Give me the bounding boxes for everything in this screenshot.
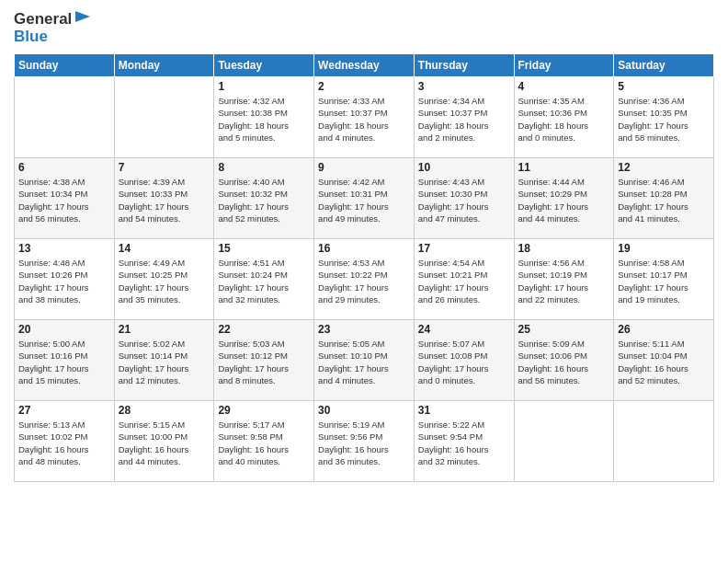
day-number: 3 [418,80,510,93]
day-number: 22 [218,323,310,336]
day-number: 30 [318,404,410,417]
day-number: 13 [18,242,110,255]
calendar-cell: 4Sunrise: 4:35 AM Sunset: 10:36 PM Dayli… [514,77,614,158]
day-info: Sunrise: 4:33 AM Sunset: 10:37 PM Daylig… [318,95,410,144]
day-number: 9 [318,161,410,174]
day-info: Sunrise: 4:58 AM Sunset: 10:17 PM Daylig… [618,257,710,305]
calendar-cell: 11Sunrise: 4:44 AM Sunset: 10:29 PM Dayl… [514,158,614,239]
day-info: Sunrise: 4:44 AM Sunset: 10:29 PM Daylig… [518,176,610,224]
calendar-cell: 30Sunrise: 5:19 AM Sunset: 9:56 PM Dayli… [314,401,415,482]
day-info: Sunrise: 5:03 AM Sunset: 10:12 PM Daylig… [218,338,310,386]
calendar-cell [514,401,614,482]
calendar-cell: 6Sunrise: 4:38 AM Sunset: 10:34 PM Dayli… [15,158,115,239]
day-of-week-header: Friday [514,54,614,77]
day-number: 10 [418,161,510,174]
calendar-week-row: 6Sunrise: 4:38 AM Sunset: 10:34 PM Dayli… [15,158,714,239]
day-info: Sunrise: 4:39 AM Sunset: 10:33 PM Daylig… [119,176,210,224]
day-info: Sunrise: 4:32 AM Sunset: 10:38 PM Daylig… [218,95,310,144]
calendar-cell: 25Sunrise: 5:09 AM Sunset: 10:06 PM Dayl… [514,320,614,401]
day-number: 7 [119,161,210,174]
day-number: 20 [18,323,110,336]
calendar-cell: 31Sunrise: 5:22 AM Sunset: 9:54 PM Dayli… [414,401,514,482]
calendar-header-row: SundayMondayTuesdayWednesdayThursdayFrid… [15,54,714,77]
day-number: 19 [618,242,710,255]
calendar-cell: 7Sunrise: 4:39 AM Sunset: 10:33 PM Dayli… [114,158,214,239]
day-info: Sunrise: 4:53 AM Sunset: 10:22 PM Daylig… [318,257,410,305]
calendar-week-row: 20Sunrise: 5:00 AM Sunset: 10:16 PM Dayl… [15,320,714,401]
day-number: 17 [418,242,510,255]
day-info: Sunrise: 4:40 AM Sunset: 10:32 PM Daylig… [218,176,310,224]
header: General Blue [14,9,714,46]
day-info: Sunrise: 5:19 AM Sunset: 9:56 PM Dayligh… [318,419,410,467]
day-number: 6 [18,161,110,174]
day-number: 14 [119,242,210,255]
calendar-cell: 29Sunrise: 5:17 AM Sunset: 9:58 PM Dayli… [214,401,314,482]
calendar-cell: 28Sunrise: 5:15 AM Sunset: 10:00 PM Dayl… [114,401,214,482]
day-of-week-header: Saturday [614,54,714,77]
day-number: 12 [618,161,710,174]
calendar-cell: 22Sunrise: 5:03 AM Sunset: 10:12 PM Dayl… [214,320,314,401]
logo-flag-icon [74,9,94,29]
day-number: 8 [218,161,310,174]
day-info: Sunrise: 4:36 AM Sunset: 10:35 PM Daylig… [618,95,710,144]
day-info: Sunrise: 4:35 AM Sunset: 10:36 PM Daylig… [518,95,610,144]
day-info: Sunrise: 5:13 AM Sunset: 10:02 PM Daylig… [18,419,110,467]
day-info: Sunrise: 4:48 AM Sunset: 10:26 PM Daylig… [18,257,110,305]
day-number: 1 [218,80,310,93]
calendar-cell: 2Sunrise: 4:33 AM Sunset: 10:37 PM Dayli… [314,77,415,158]
day-number: 21 [119,323,210,336]
day-info: Sunrise: 5:15 AM Sunset: 10:00 PM Daylig… [119,419,210,467]
calendar-cell: 13Sunrise: 4:48 AM Sunset: 10:26 PM Dayl… [15,239,115,320]
day-number: 18 [518,242,610,255]
calendar-cell: 12Sunrise: 4:46 AM Sunset: 10:28 PM Dayl… [614,158,714,239]
calendar-cell: 14Sunrise: 4:49 AM Sunset: 10:25 PM Dayl… [114,239,214,320]
calendar-cell [114,77,214,158]
day-of-week-header: Thursday [414,54,514,77]
calendar-table: SundayMondayTuesdayWednesdayThursdayFrid… [14,53,714,482]
day-of-week-header: Wednesday [314,54,415,77]
calendar-cell: 19Sunrise: 4:58 AM Sunset: 10:17 PM Dayl… [614,239,714,320]
day-info: Sunrise: 4:54 AM Sunset: 10:21 PM Daylig… [418,257,510,305]
day-number: 27 [18,404,110,417]
day-info: Sunrise: 4:51 AM Sunset: 10:24 PM Daylig… [218,257,310,305]
calendar-cell: 21Sunrise: 5:02 AM Sunset: 10:14 PM Dayl… [114,320,214,401]
calendar-week-row: 13Sunrise: 4:48 AM Sunset: 10:26 PM Dayl… [15,239,714,320]
day-info: Sunrise: 4:42 AM Sunset: 10:31 PM Daylig… [318,176,410,224]
day-of-week-header: Sunday [15,54,115,77]
calendar-cell: 1Sunrise: 4:32 AM Sunset: 10:38 PM Dayli… [214,77,314,158]
calendar-cell: 27Sunrise: 5:13 AM Sunset: 10:02 PM Dayl… [15,401,115,482]
calendar-cell: 3Sunrise: 4:34 AM Sunset: 10:37 PM Dayli… [414,77,514,158]
calendar-cell: 23Sunrise: 5:05 AM Sunset: 10:10 PM Dayl… [314,320,415,401]
day-number: 31 [418,404,510,417]
calendar-cell: 8Sunrise: 4:40 AM Sunset: 10:32 PM Dayli… [214,158,314,239]
calendar-cell: 9Sunrise: 4:42 AM Sunset: 10:31 PM Dayli… [314,158,415,239]
day-number: 29 [218,404,310,417]
calendar-cell: 26Sunrise: 5:11 AM Sunset: 10:04 PM Dayl… [614,320,714,401]
calendar-cell [614,401,714,482]
day-info: Sunrise: 5:17 AM Sunset: 9:58 PM Dayligh… [218,419,310,467]
day-info: Sunrise: 5:02 AM Sunset: 10:14 PM Daylig… [119,338,210,386]
day-number: 23 [318,323,410,336]
day-info: Sunrise: 5:22 AM Sunset: 9:54 PM Dayligh… [418,419,510,467]
calendar-cell: 18Sunrise: 4:56 AM Sunset: 10:19 PM Dayl… [514,239,614,320]
logo-blue-text: Blue [14,28,94,46]
day-number: 24 [418,323,510,336]
day-info: Sunrise: 4:34 AM Sunset: 10:37 PM Daylig… [418,95,510,144]
calendar-week-row: 27Sunrise: 5:13 AM Sunset: 10:02 PM Dayl… [15,401,714,482]
calendar-cell: 16Sunrise: 4:53 AM Sunset: 10:22 PM Dayl… [314,239,415,320]
day-number: 26 [618,323,710,336]
day-number: 15 [218,242,310,255]
calendar-cell: 15Sunrise: 4:51 AM Sunset: 10:24 PM Dayl… [214,239,314,320]
day-info: Sunrise: 4:43 AM Sunset: 10:30 PM Daylig… [418,176,510,224]
day-number: 2 [318,80,410,93]
calendar-cell [15,77,115,158]
day-of-week-header: Monday [114,54,214,77]
calendar-cell: 5Sunrise: 4:36 AM Sunset: 10:35 PM Dayli… [614,77,714,158]
day-info: Sunrise: 5:07 AM Sunset: 10:08 PM Daylig… [418,338,510,386]
day-info: Sunrise: 4:38 AM Sunset: 10:34 PM Daylig… [18,176,110,224]
day-number: 25 [518,323,610,336]
logo: General Blue [14,9,94,46]
day-info: Sunrise: 5:11 AM Sunset: 10:04 PM Daylig… [618,338,710,386]
day-info: Sunrise: 5:05 AM Sunset: 10:10 PM Daylig… [318,338,410,386]
calendar-week-row: 1Sunrise: 4:32 AM Sunset: 10:38 PM Dayli… [15,77,714,158]
